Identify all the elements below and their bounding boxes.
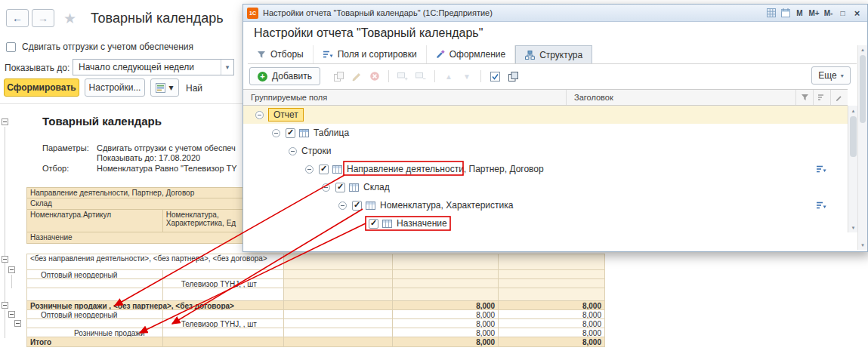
collapse-icon[interactable] (322, 183, 330, 192)
grid-icon[interactable] (764, 7, 778, 20)
report-group-expander[interactable] (2, 256, 8, 263)
row-checkbox[interactable] (286, 128, 295, 138)
report-table-row[interactable]: Розничные продажи 8,0008,000 (26, 328, 605, 337)
tree-row-report[interactable]: Отчет (243, 106, 848, 124)
rail-line (11, 275, 12, 288)
combo-caret-icon[interactable]: ▾ (221, 60, 233, 75)
column-header-appearance-icon[interactable] (831, 90, 848, 105)
scroll-down-icon[interactable]: ▼ (858, 241, 867, 250)
row-checkbox[interactable] (352, 201, 362, 211)
maximize-button[interactable]: □ (836, 7, 850, 20)
tree-row-rows[interactable]: Строки (243, 142, 848, 160)
copy-button[interactable] (329, 68, 348, 85)
report-table-row[interactable] (26, 288, 605, 301)
row-sort-icon[interactable] (816, 165, 826, 174)
settings-button[interactable]: Настройки... (85, 78, 145, 97)
row-sort-icon[interactable] (816, 201, 826, 210)
memory-m-button[interactable]: М (792, 7, 807, 20)
row-checkbox[interactable] (335, 183, 345, 192)
header-article: Номенклатура.Артикул (27, 210, 163, 232)
collapse-icon[interactable] (338, 201, 347, 210)
tab-appearance[interactable]: Оформление (427, 45, 515, 63)
delete-button[interactable] (366, 68, 384, 85)
close-button[interactable]: × (850, 7, 864, 20)
1c-logo-icon: 1С (247, 8, 258, 19)
report-table-row[interactable]: Телевизор TYHJ, , шт 8,0008,000 (26, 319, 605, 328)
shift-option-row: Сдвигать отгрузки с учетом обеспечения (6, 42, 193, 52)
tab-structure[interactable]: Структура (515, 45, 592, 63)
filter-label: Отбор: (42, 164, 69, 173)
scrollbar-thumb[interactable] (860, 55, 866, 123)
scroll-up-icon[interactable]: ▲ (858, 45, 867, 54)
screen: ← → ★ Товарный календарь Сдвигать отгруз… (0, 0, 868, 363)
tree-row-nomenclature[interactable]: Номенклатура, Характеристика (243, 196, 848, 214)
collapse-icon[interactable] (305, 165, 314, 174)
collapse-icon[interactable] (289, 147, 297, 155)
report-group-expander[interactable] (2, 118, 8, 125)
generate-button[interactable]: Сформировать (4, 78, 79, 97)
show-until-combo[interactable]: Начало следующей недели ▾ (73, 59, 234, 75)
report-group-expander[interactable] (2, 302, 8, 309)
toggle-usage-checkbox-button[interactable] (486, 68, 504, 85)
tab-filters[interactable]: Отборы (248, 45, 314, 63)
tree-label-business-line[interactable]: Направление деятельности, Партнер, Догов… (347, 164, 544, 174)
edit-pencil-button[interactable] (348, 68, 366, 85)
filter-funnel-icon (257, 51, 266, 59)
tree-label-table[interactable]: Таблица (314, 128, 349, 138)
row-checkbox[interactable] (369, 219, 378, 229)
more-button[interactable]: Еще ▾ (811, 66, 851, 85)
report-table-row[interactable]: Оптовый неордерный (26, 270, 605, 279)
column-header-filter-icon[interactable] (796, 90, 814, 105)
find-button[interactable]: Най (186, 83, 202, 94)
structure-icon (525, 51, 535, 60)
tree-label-nomenclature[interactable]: Номенклатура, Характеристика (380, 200, 513, 211)
calendar-icon[interactable] (778, 7, 792, 20)
group-button[interactable] (394, 68, 412, 85)
report-table-row[interactable]: <без направления деятельности>, <без пар… (26, 254, 605, 270)
report-table-row[interactable]: Телевизор TYHJ, , шт (26, 279, 605, 288)
tree-label-purpose[interactable]: Назначение (397, 218, 447, 229)
dialog-titlebar[interactable]: 1С Настройки отчета "Товарный календарь"… (243, 5, 867, 22)
report-total-row[interactable]: Итого 8,0008,000 (26, 337, 605, 347)
row-checkbox[interactable] (319, 165, 329, 174)
column-header-title[interactable]: Заголовок (567, 90, 796, 105)
move-down-button[interactable]: ▼ (458, 68, 476, 85)
report-group-expander[interactable] (8, 266, 15, 273)
shift-checkbox[interactable] (6, 42, 16, 52)
back-arrow-icon: ← (12, 12, 23, 24)
params-label: Параметры: (42, 143, 89, 152)
tree-row-business-line[interactable]: Направление деятельности, Партнер, Догов… (243, 160, 848, 178)
ungroup-button[interactable] (412, 68, 430, 85)
report-group-expander[interactable] (8, 311, 15, 318)
form-scrollbar[interactable]: ▲ ▼ (857, 45, 867, 250)
report-table-row[interactable]: Оптовый неордерный 8,0008,000 (26, 310, 605, 319)
param-line-1: Сдвигать отгрузки с учетом обеспеч (97, 143, 236, 152)
tree-scrollbar[interactable]: ▲ ▼ (848, 106, 858, 232)
column-header-fields[interactable]: Группируемые поля (243, 90, 567, 105)
column-header-sort-icon[interactable] (814, 90, 831, 105)
tree-label-warehouse[interactable]: Склад (363, 182, 390, 192)
collapse-icon[interactable] (272, 129, 280, 137)
favorite-star-icon[interactable]: ★ (63, 10, 76, 27)
tree-label-rows[interactable]: Строки (301, 146, 331, 156)
report-table-row[interactable]: Розничные продажи , <без партнера>, <без… (26, 301, 605, 310)
collapse-icon[interactable] (255, 111, 264, 119)
tree-row-table[interactable]: Таблица (243, 124, 848, 142)
memory-m-minus-button[interactable]: М- (821, 7, 836, 20)
dialog-window-title: Настройки отчета "Товарный календарь" (1… (263, 8, 764, 17)
tree-row-purpose[interactable]: Назначение (243, 214, 848, 232)
tab-fields-sorting[interactable]: Поля и сортировки (314, 45, 427, 63)
scrollbar-thumb[interactable] (850, 116, 857, 157)
add-button[interactable]: + Добавить (249, 67, 320, 85)
report-group-expander[interactable] (14, 320, 21, 327)
report-variants-button[interactable]: ▾ (150, 78, 179, 97)
tree-label-report[interactable]: Отчет (268, 108, 304, 122)
back-button[interactable]: ← (6, 9, 29, 27)
group-field-icon (332, 165, 342, 174)
tree-row-warehouse[interactable]: Склад (243, 178, 848, 196)
memory-m-plus-button[interactable]: М+ (807, 7, 821, 20)
move-up-button[interactable]: ▲ (440, 68, 458, 85)
duplicate-settings-button[interactable] (504, 68, 522, 85)
rail-line (5, 309, 5, 338)
forward-button[interactable]: → (32, 9, 54, 27)
